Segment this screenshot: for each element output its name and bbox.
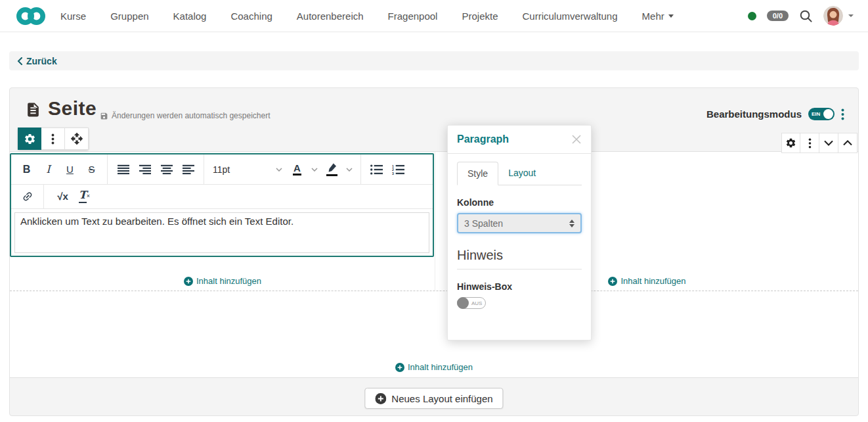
align-left-button[interactable]	[177, 158, 199, 181]
select-arrows-icon	[569, 220, 575, 227]
paragraph-dialog: Paragraph Style Layout Kolonne 3 Spalten…	[447, 125, 592, 340]
infinity-logo-icon[interactable]	[16, 7, 46, 26]
section-divider	[457, 269, 582, 270]
editor-toolbar-row-1: B I U S 11pt	[11, 154, 433, 185]
numbered-list-button[interactable]: 123	[387, 158, 409, 181]
element-settings-button[interactable]	[18, 128, 41, 150]
strikethrough-button[interactable]: S	[81, 158, 102, 181]
dialog-header: Paragraph	[448, 126, 591, 154]
hint-section-heading: Hinweis	[457, 248, 582, 263]
chevron-down-icon	[668, 14, 674, 18]
status-dot-icon	[748, 12, 756, 20]
insert-link-button[interactable]	[11, 185, 44, 208]
clear-formatting-x: ×	[87, 193, 90, 199]
nav-item-mehr[interactable]: Mehr	[642, 11, 674, 22]
nav-item-gruppen[interactable]: Gruppen	[110, 11, 148, 22]
counter-badge[interactable]: 0/0	[767, 11, 789, 21]
svg-text:3: 3	[392, 171, 394, 174]
clear-formatting-t: T	[79, 189, 87, 203]
add-content-button-row2[interactable]: Inhalt hinzufügen	[395, 362, 473, 372]
edit-mode-toggle-state: EIN	[812, 111, 820, 117]
add-content-button-col2[interactable]: Inhalt hinzufügen	[608, 276, 685, 286]
align-center-button[interactable]	[156, 158, 177, 181]
row-settings-button[interactable]	[781, 133, 800, 153]
back-label: Zurück	[26, 56, 57, 66]
nav-item-kurse[interactable]: Kurse	[60, 11, 86, 22]
format-group: B I U S	[11, 154, 107, 184]
bold-button[interactable]: B	[16, 158, 37, 181]
underline-button[interactable]: U	[59, 158, 81, 181]
top-navigation-bar: Kurse Gruppen Katalog Coaching Autorenbe…	[0, 0, 868, 32]
numbered-list-icon: 123	[392, 164, 404, 175]
highlight-color-button[interactable]	[321, 158, 343, 181]
toggle-knob	[823, 109, 833, 119]
link-icon	[22, 191, 33, 202]
align-justify-button[interactable]	[112, 158, 134, 181]
autosave-note-label: Änderungen werden automatisch gespeicher…	[112, 111, 271, 120]
align-right-icon	[139, 164, 151, 175]
editor-content[interactable]: Anklicken um Text zu bearbeiten. Es öffn…	[14, 212, 429, 253]
add-content-wrap-col1: Inhalt hinzufügen	[10, 276, 435, 289]
chevron-down-icon	[824, 140, 833, 146]
chevron-up-icon	[843, 140, 852, 146]
close-icon[interactable]	[571, 134, 582, 145]
align-justify-icon	[118, 164, 129, 175]
page-document-icon	[25, 100, 41, 120]
search-icon[interactable]	[799, 9, 813, 23]
avatar[interactable]	[823, 6, 843, 26]
row-move-up-button[interactable]	[838, 133, 857, 153]
plus-circle-icon	[395, 363, 404, 372]
text-color-dropdown[interactable]	[308, 158, 321, 181]
text-color-button[interactable]: A	[286, 158, 308, 181]
chevron-down-icon	[346, 168, 353, 172]
page-options-kebab-icon[interactable]	[841, 108, 844, 120]
bullet-list-button[interactable]	[366, 158, 387, 181]
nav-item-autorenbereich[interactable]: Autorenbereich	[297, 11, 364, 22]
kebab-icon	[808, 138, 812, 149]
topbar-right-cluster: 0/0	[748, 6, 854, 26]
dialog-tabs: Style Layout	[457, 162, 582, 185]
text-color-label: A	[293, 163, 301, 176]
nav-item-coaching[interactable]: Coaching	[230, 11, 272, 22]
tab-style[interactable]: Style	[457, 162, 498, 185]
new-layout-button[interactable]: Neues Layout einfügen	[364, 388, 503, 409]
edit-mode-toggle[interactable]: EIN	[808, 108, 835, 120]
align-center-icon	[161, 164, 173, 175]
nav-item-projekte[interactable]: Projekte	[462, 11, 498, 22]
font-size-value: 11pt	[213, 164, 230, 175]
align-group	[107, 154, 204, 184]
add-content-label: Inhalt hinzufügen	[408, 362, 473, 372]
element-more-button[interactable]	[41, 128, 65, 150]
italic-button[interactable]: I	[37, 158, 59, 181]
page-title: Seite	[48, 97, 97, 120]
clear-formatting-button[interactable]: T×	[74, 185, 95, 207]
move-icon	[70, 132, 83, 145]
hint-box-label: Hinweis-Box	[457, 281, 582, 292]
back-button[interactable]: Zurück	[9, 51, 859, 70]
align-right-button[interactable]	[134, 158, 156, 181]
row-more-button[interactable]	[800, 133, 819, 153]
column-label: Kolonne	[457, 197, 582, 208]
font-size-select[interactable]: 11pt	[209, 158, 286, 181]
chevron-down-icon	[276, 168, 282, 172]
element-move-button[interactable]	[65, 128, 89, 150]
row-move-down-button[interactable]	[819, 133, 838, 153]
nav-item-katalog[interactable]: Katalog	[173, 11, 207, 22]
nav-item-fragenpool[interactable]: Fragenpool	[388, 11, 438, 22]
add-content-button-col1[interactable]: Inhalt hinzufügen	[184, 276, 261, 286]
plus-circle-icon	[608, 277, 617, 286]
column-select[interactable]: 3 Spalten	[457, 213, 582, 233]
highlight-color-dropdown[interactable]	[343, 158, 356, 181]
editor-toolbar-row-2: √x T×	[11, 185, 433, 209]
plus-circle-icon	[375, 393, 386, 404]
nav-item-curriculumverwaltung[interactable]: Curriculumverwaltung	[522, 11, 617, 22]
avatar-dropdown-caret-icon[interactable]	[848, 14, 854, 17]
font-group: 11pt A	[204, 154, 360, 184]
chevron-left-icon	[17, 57, 22, 65]
user-menu	[823, 6, 854, 26]
formula-button[interactable]: √x	[52, 185, 74, 207]
edit-mode-cluster: Bearbeitungsmodus EIN	[706, 108, 844, 120]
gear-icon	[24, 133, 36, 145]
hint-box-toggle[interactable]: AUS	[457, 297, 486, 309]
tab-layout[interactable]: Layout	[498, 162, 546, 185]
